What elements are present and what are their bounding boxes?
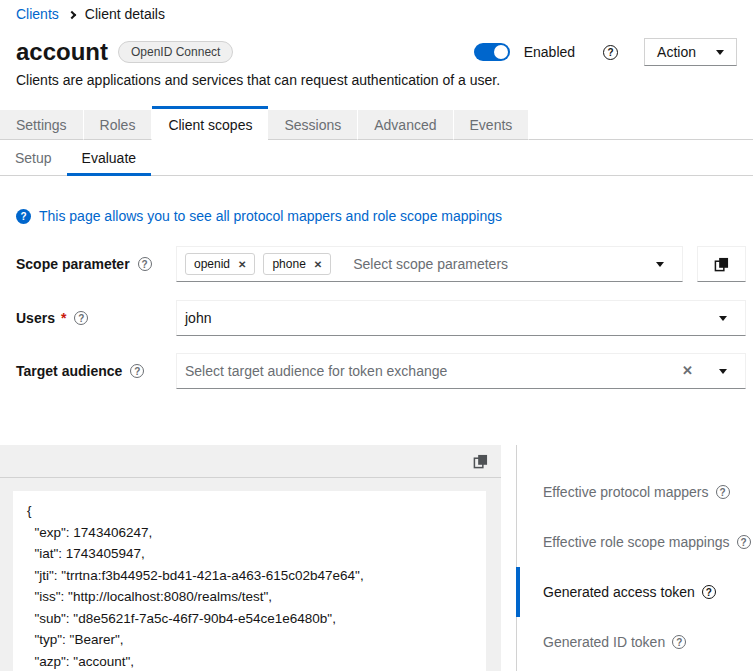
result-tab-label: Effective protocol mappers <box>543 484 709 500</box>
code-line: "iat": 1743405947, <box>27 543 472 565</box>
scope-parameter-help-icon[interactable]: ? <box>138 257 152 271</box>
token-code-panel: { "exp": 1743406247, "iat": 1743405947, … <box>0 445 501 671</box>
users-help-icon[interactable]: ? <box>74 311 88 325</box>
tab-filler <box>529 110 753 140</box>
result-tab-label: Generated access token <box>543 584 695 600</box>
target-audience-label: Target audience <box>16 363 122 379</box>
users-select[interactable]: john <box>176 300 746 336</box>
code-line: "azp": "account", <box>27 651 472 671</box>
caret-down-icon[interactable] <box>656 262 664 267</box>
users-label: Users <box>16 310 55 326</box>
page-description: Clients are applications and services th… <box>16 72 737 88</box>
result-tab-label: Effective role scope mappings <box>543 534 730 550</box>
subtab-setup[interactable]: Setup <box>0 146 67 176</box>
action-dropdown-label: Action <box>657 44 696 60</box>
page-help-text: This page allows you to see all protocol… <box>39 208 502 224</box>
breadcrumb-current: Client details <box>85 6 165 22</box>
result-tab-label: Generated ID token <box>543 634 665 650</box>
scope-parameter-row: Scope parameter ? openid ✕ phone ✕ Selec… <box>16 246 746 282</box>
tab-advanced[interactable]: Advanced <box>358 110 453 140</box>
target-audience-placeholder: Select target audience for token exchang… <box>185 363 447 379</box>
enabled-help-icon[interactable]: ? <box>603 45 618 60</box>
tab-events[interactable]: Events <box>454 110 530 140</box>
enabled-toggle-label: Enabled <box>524 44 575 60</box>
target-audience-row: Target audience ? Select target audience… <box>16 353 746 389</box>
caret-down-icon[interactable] <box>719 369 727 374</box>
page-title: account <box>16 38 108 66</box>
copy-code-icon[interactable] <box>473 454 488 469</box>
help-icon[interactable]: ? <box>672 635 686 649</box>
breadcrumb-clients-link[interactable]: Clients <box>16 6 59 22</box>
tab-roles[interactable]: Roles <box>84 110 153 140</box>
code-line: "jti": "trrtna:f3b44952-bd41-421a-a463-6… <box>27 565 472 587</box>
page-help-link[interactable]: ? This page allows you to see all protoc… <box>16 208 502 224</box>
scope-chip-openid[interactable]: openid ✕ <box>185 253 255 275</box>
code-line: "sub": "d8e5621f-7a5c-46f7-90b4-e54ce1e6… <box>27 608 472 630</box>
tab-client-scopes[interactable]: Client scopes <box>152 106 268 140</box>
clear-selection-icon[interactable]: ✕ <box>682 363 693 378</box>
page-header: account OpenID Connect Enabled ? Action <box>16 38 737 66</box>
code-toolbar <box>0 445 501 478</box>
scope-parameter-select[interactable]: openid ✕ phone ✕ Select scope parameters <box>176 246 683 282</box>
tab-effective-protocol-mappers[interactable]: Effective protocol mappers ? <box>517 467 753 517</box>
scope-parameter-placeholder: Select scope parameters <box>353 256 508 272</box>
remove-chip-icon[interactable]: ✕ <box>238 259 246 270</box>
chip-label: openid <box>194 257 230 271</box>
tab-settings[interactable]: Settings <box>0 110 84 140</box>
client-tabs: Settings Roles Client scopes Sessions Ad… <box>0 106 753 140</box>
header-controls: Enabled ? Action <box>474 38 737 66</box>
copy-icon <box>714 257 729 272</box>
breadcrumb: Clients Client details <box>16 6 165 22</box>
target-audience-help-icon[interactable]: ? <box>130 364 144 378</box>
code-line: "typ": "Bearer", <box>27 629 472 651</box>
tab-generated-id-token[interactable]: Generated ID token ? <box>517 617 753 667</box>
chevron-right-icon <box>68 10 76 18</box>
chip-label: phone <box>272 257 305 271</box>
scope-parameter-label-group: Scope parameter ? <box>16 246 176 272</box>
caret-down-icon[interactable] <box>719 316 727 321</box>
code-line: "exp": 1743406247, <box>27 522 472 544</box>
code-editor[interactable]: { "exp": 1743406247, "iat": 1743405947, … <box>0 478 501 671</box>
help-circle-icon: ? <box>16 209 31 224</box>
subtab-evaluate[interactable]: Evaluate <box>67 146 151 176</box>
users-value: john <box>185 310 211 326</box>
help-icon[interactable]: ? <box>737 535 751 549</box>
target-audience-select[interactable]: Select target audience for token exchang… <box>176 353 746 389</box>
scope-parameter-label: Scope parameter <box>16 256 130 272</box>
code-line: "iss": "http://localhost:8080/realms/tes… <box>27 586 472 608</box>
help-icon[interactable]: ? <box>702 585 716 599</box>
enabled-toggle[interactable] <box>474 43 510 61</box>
tab-effective-role-scope-mappings[interactable]: Effective role scope mappings ? <box>517 517 753 567</box>
required-asterisk: * <box>61 310 66 326</box>
users-row: Users * ? john <box>16 300 746 336</box>
caret-down-icon <box>716 50 724 55</box>
result-tabs: Effective protocol mappers ? Effective r… <box>516 445 753 671</box>
scope-chip-phone[interactable]: phone ✕ <box>263 253 331 275</box>
code-line: { <box>27 500 472 522</box>
target-audience-label-group: Target audience ? <box>16 353 176 379</box>
action-dropdown[interactable]: Action <box>644 38 737 66</box>
users-label-group: Users * ? <box>16 300 176 326</box>
client-scopes-subtabs: Setup Evaluate <box>0 146 753 176</box>
tab-generated-access-token[interactable]: Generated access token ? <box>517 567 753 617</box>
remove-chip-icon[interactable]: ✕ <box>314 259 322 270</box>
copy-scope-button[interactable] <box>697 246 746 282</box>
tab-sessions[interactable]: Sessions <box>268 110 358 140</box>
token-json: { "exp": 1743406247, "iat": 1743405947, … <box>13 491 486 671</box>
protocol-badge: OpenID Connect <box>118 41 233 63</box>
help-icon[interactable]: ? <box>716 485 730 499</box>
